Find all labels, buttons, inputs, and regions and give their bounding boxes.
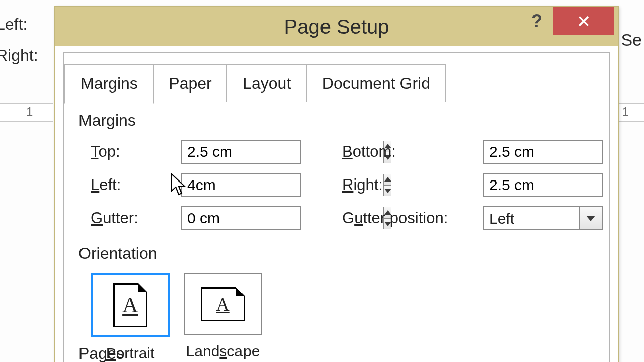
- chevron-down-icon: [586, 216, 595, 221]
- bg-ruler-left: 1: [0, 103, 53, 122]
- orientation-landscape-item: A Landscape: [184, 273, 262, 362]
- orientation-portrait-button[interactable]: A: [91, 273, 170, 337]
- margins-grid: Top: Bottom:: [91, 140, 595, 230]
- tab-margins[interactable]: Margins: [64, 64, 154, 104]
- titlebar: Page Setup ?: [55, 7, 618, 46]
- bottom-label: Bottom:: [342, 143, 483, 161]
- ruler-mark: 1: [26, 105, 33, 119]
- bg-left-label: Left:: [0, 15, 27, 34]
- tab-strip: Margins Paper Layout Document Grid: [64, 64, 446, 102]
- orientation-landscape-label: Landscape: [184, 343, 262, 360]
- dialog-title: Page Setup: [284, 16, 389, 38]
- gutter-position-label: Gutter position:: [342, 209, 483, 227]
- top-label: Top:: [91, 143, 181, 161]
- tab-layout[interactable]: Layout: [226, 64, 307, 102]
- ruler-mark: 1: [622, 105, 629, 119]
- gutter-position-dropdown-button[interactable]: [579, 207, 602, 229]
- left-spinner[interactable]: [181, 173, 301, 197]
- page-setup-dialog: Page Setup ? Margins Paper Layout Docume…: [54, 6, 619, 362]
- bottom-input[interactable]: [484, 141, 644, 163]
- tab-document-grid[interactable]: Document Grid: [306, 64, 446, 102]
- orientation-section: Orientation A Portrait: [78, 244, 595, 362]
- right-label-field: Right:: [342, 176, 483, 194]
- dialog-body: Margins Paper Layout Document Grid Margi…: [63, 52, 610, 362]
- landscape-page-icon: A: [201, 287, 245, 321]
- bg-right-label: Right:: [0, 46, 38, 65]
- right-spinner[interactable]: [483, 173, 603, 197]
- close-button[interactable]: [553, 7, 614, 35]
- pages-section-title-fragment: Pages: [78, 344, 124, 362]
- close-icon: [578, 16, 589, 27]
- right-input[interactable]: [484, 174, 644, 196]
- gutter-spinner[interactable]: [181, 206, 301, 230]
- left-label: Left:: [91, 176, 181, 194]
- portrait-page-icon: A: [113, 283, 147, 327]
- bottom-spinner[interactable]: [483, 140, 603, 164]
- margins-section-title: Margins: [78, 111, 595, 130]
- orientation-landscape-button[interactable]: A: [184, 273, 262, 335]
- bg-ruler-right: 1: [616, 103, 644, 122]
- margins-panel: Margins Top: Bottom:: [64, 99, 609, 362]
- gutter-label: Gutter:: [91, 209, 181, 227]
- bg-top-right-fragment: Se: [621, 30, 642, 50]
- tab-paper[interactable]: Paper: [152, 64, 227, 102]
- gutter-position-value: Left: [484, 207, 579, 229]
- top-spinner[interactable]: [181, 140, 301, 164]
- gutter-position-combo[interactable]: Left: [483, 206, 603, 230]
- orientation-section-title: Orientation: [78, 244, 595, 263]
- help-icon: ?: [531, 11, 542, 32]
- help-button[interactable]: ?: [521, 7, 552, 35]
